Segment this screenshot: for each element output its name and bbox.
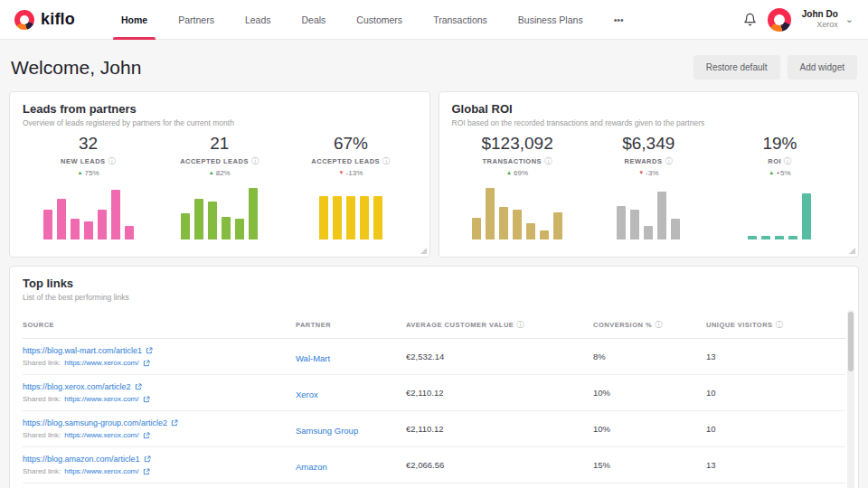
partner-link[interactable]: Samsung Group [296,426,358,436]
shared-link-label: Shared link: [23,431,61,439]
trend-up-icon: ▲ [78,170,83,175]
metric-value: 19% [714,134,845,154]
bar [71,219,80,239]
nav-item-leads[interactable]: Leads [230,0,287,40]
shared-link-label: Shared link: [23,395,61,403]
widgets-row: Leads from partners Overview of leads re… [0,91,868,258]
partner-cell: Xerox [296,385,406,401]
partner-link[interactable]: Amazon [296,462,327,472]
table-row: https://blog.xerox.com/article2Shared li… [23,375,845,411]
mini-bar-chart [583,185,714,239]
bell-icon[interactable] [743,13,757,26]
source-link[interactable]: https://blog.xerox.com/article2 [23,382,131,391]
mini-bar-chart [714,185,845,239]
nav-item-more[interactable]: ••• [599,0,639,40]
external-link-icon [135,383,142,390]
metric-accepted-leads: 21ACCEPTED LEADS ⓘ▲82% [154,134,285,239]
source-cell: https://blog.amazon.com/article1Shared l… [23,455,296,475]
acv-cell: €2,532.14 [406,352,593,361]
partner-link[interactable]: Xerox [296,389,318,399]
bar [671,219,680,239]
scrollbar-thumb[interactable] [848,312,854,371]
widget-subtitle: Overview of leads registered by partners… [23,118,417,127]
metric-value: $123,092 [452,134,583,154]
chevron-down-icon[interactable]: ⌄ [845,14,854,25]
source-link[interactable]: https://blog.wal-mart.com/article1 [23,346,142,355]
bar [644,226,653,239]
info-icon: ⓘ [544,156,552,166]
metric-delta: ▲75% [23,169,154,177]
conversion-cell: 10% [593,388,706,398]
mini-bar-chart [285,185,416,239]
metric-delta: ▲69% [452,169,583,177]
shared-link[interactable]: https://www.xerox.com/ [64,467,138,475]
metric-value: $6,349 [583,134,714,154]
metric-label: ACCEPTED LEADS ⓘ [154,156,285,166]
metric-value: 21 [154,134,285,154]
column-header: AVERAGE CUSTOMER VALUE ⓘ [406,320,593,330]
scrollbar[interactable] [847,310,854,488]
head-actions: Restore default Add widget [693,55,857,80]
shared-link-label: Shared link: [23,359,61,367]
bar [333,196,342,239]
metric-transactions: $123,092TRANSACTIONS ⓘ▲69% [452,134,583,239]
main-nav: HomePartnersLeadsDealsCustomersTransacti… [106,0,639,40]
conversion-cell: 8% [593,352,706,361]
source-cell: https://blog.xerox.com/article2Shared li… [23,382,296,403]
visitors-cell: 13 [706,460,845,470]
partner-link[interactable]: Wal-Mart [296,353,330,363]
metric-label: REWARDS ⓘ [583,156,714,166]
roi-widget: Global ROI ROI based on the recorded tra… [439,91,860,258]
page-title: Welcome, John [11,57,141,79]
table-row: https://blog.wal-mart.com/article1Shared… [23,339,845,375]
bar [319,196,328,239]
acv-cell: €2,110.12 [406,424,593,434]
mini-bar-chart [452,185,583,239]
nav-item-partners[interactable]: Partners [163,0,230,40]
nav-item-business-plans[interactable]: Business Plans [503,0,599,40]
nav-item-customers[interactable]: Customers [341,0,418,40]
shared-link[interactable]: https://www.xerox.com/ [64,395,138,403]
resize-handle-icon[interactable] [849,248,855,254]
external-link-icon [171,419,178,427]
resize-handle-icon[interactable] [420,248,427,254]
metric-label: ROI ⓘ [714,156,845,166]
avatar[interactable] [768,8,791,32]
metric-delta: ▼-13% [285,169,416,177]
acv-cell: €2,066.56 [406,460,593,470]
bar [802,193,811,239]
metric-delta: ▲82% [154,169,285,177]
mini-bar-chart [23,185,154,239]
trend-up-icon: ▲ [209,170,214,175]
add-widget-button[interactable]: Add widget [788,55,857,80]
info-icon: ⓘ [776,320,784,330]
partner-cell: Wal-Mart [296,349,406,365]
metric-label: NEW LEADS ⓘ [23,156,154,166]
nav-item-home[interactable]: Home [106,0,163,40]
column-header: CONVERSION % ⓘ [593,320,706,330]
source-link[interactable]: https://blog.samsung-group.com/article2 [23,418,167,427]
shared-link[interactable]: https://www.xerox.com/ [64,431,138,439]
restore-default-button[interactable]: Restore default [693,55,780,80]
shared-link[interactable]: https://www.xerox.com/ [64,359,138,367]
source-cell: https://blog.wal-mart.com/article1Shared… [23,346,296,367]
user-org: Xerox [802,20,838,30]
info-icon: ⓘ [108,156,117,166]
visitors-cell: 13 [706,352,845,361]
widget-subtitle: List of the best performing links [23,293,845,302]
nav-item-deals[interactable]: Deals [287,0,342,40]
external-link-icon [143,360,150,367]
bar [486,188,495,239]
table-row: https://blog.amazon.com/article1Shared l… [23,447,845,483]
user-menu[interactable]: John Do Xerox [802,9,838,30]
metric-delta: ▼-3% [583,169,714,177]
source-link[interactable]: https://blog.amazon.com/article1 [23,455,140,464]
bar [57,199,66,239]
metric-label: TRANSACTIONS ⓘ [452,156,583,166]
user-name: John Do [802,9,838,20]
info-icon: ⓘ [665,156,673,166]
nav-item-transactions[interactable]: Transactions [418,0,503,40]
bar [761,236,770,239]
trend-up-icon: ▲ [769,170,774,175]
brand[interactable]: kiflo [14,10,75,30]
